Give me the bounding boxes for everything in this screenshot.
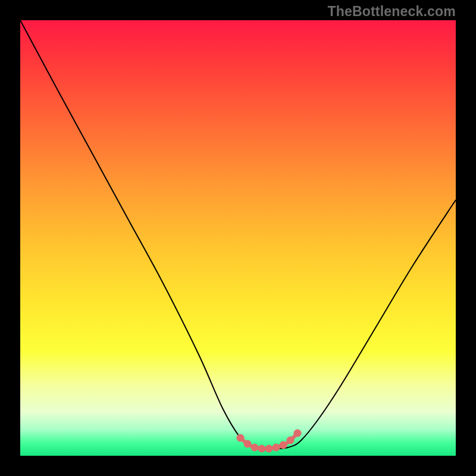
bottleneck-curve [20,20,456,449]
curve-path [20,20,456,449]
highlight-dot [251,444,259,452]
highlight-dot [273,444,280,452]
highlight-dot [294,430,302,437]
highlight-dot [244,440,252,448]
bottleneck-chart-svg [20,20,456,456]
highlight-dot [258,445,266,453]
watermark-text: TheBottleneck.com [327,4,456,20]
highlight-dot [265,445,273,453]
highlight-dot [237,434,245,442]
highlight-dots [237,430,302,453]
chart-area [20,20,456,456]
highlight-dot [280,441,287,449]
highlight-dot [287,437,295,444]
